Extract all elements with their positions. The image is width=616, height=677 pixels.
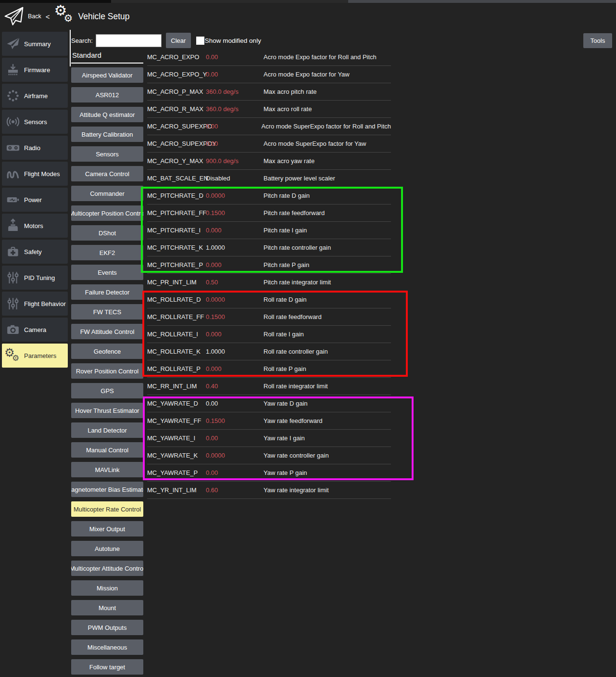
group-button-manual-control[interactable]: Manual Control [71, 442, 143, 458]
group-button-sensors[interactable]: Sensors [71, 146, 143, 162]
group-button-miscellaneous[interactable]: Miscellaneous [71, 639, 143, 655]
group-button-airspeed-validator[interactable]: Airspeed Validator [71, 67, 143, 83]
param-name: MC_ACRO_SUPEXPO [147, 123, 206, 130]
param-row-mc_rollrate_d[interactable]: MC_ROLLRATE_D0.0000Roll rate D gain [147, 291, 391, 308]
param-row-mc_yawrate_k[interactable]: MC_YAWRATE_K0.0000Yaw rate controller ga… [147, 447, 391, 464]
group-button-magnetometer-bias-estimator[interactable]: Magnetometer Bias Estimator [71, 482, 143, 497]
param-row-mc_acro_supexpoy[interactable]: MC_ACRO_SUPEXPOY0.00Acro mode SuperExpo … [147, 135, 391, 153]
tools-button[interactable]: Tools [583, 33, 612, 48]
param-value: 0.50 [206, 279, 264, 286]
param-row-mc_rollrate_ff[interactable]: MC_ROLLRATE_FF0.1500Roll rate feedforwar… [147, 308, 391, 326]
group-button-rover-position-control[interactable]: Rover Position Control [71, 363, 143, 379]
param-row-mc_yawrate_d[interactable]: MC_YAWRATE_D0.00Yaw rate D gain [147, 395, 391, 412]
param-row-mc_rr_int_lim[interactable]: MC_RR_INT_LIM0.40Roll rate integrator li… [147, 378, 391, 395]
group-button-mount[interactable]: Mount [71, 600, 143, 615]
sidebar-item-power[interactable]: Power [2, 188, 68, 212]
gears-icon: ⚙⚙ [2, 346, 24, 365]
group-button-fw-tecs[interactable]: FW TECS [71, 304, 143, 319]
sidebar-item-flight-modes[interactable]: Flight Modes [2, 162, 68, 186]
sidebar-item-label: Airframe [24, 92, 48, 100]
param-value: 0.00 [206, 123, 261, 130]
group-button-multicopter-attitude-control[interactable]: Multicopter Attitude Control [71, 561, 143, 576]
param-value: 0.1500 [206, 313, 264, 320]
param-row-mc_yawrate_ff[interactable]: MC_YAWRATE_FF0.1500Yaw rate feedforward [147, 412, 391, 430]
sidebar-item-summary[interactable]: Summary [2, 32, 68, 56]
param-row-mc_yr_int_lim[interactable]: MC_YR_INT_LIM0.60Yaw rate integrator lim… [147, 482, 391, 499]
group-button-asr012[interactable]: ASR012 [71, 87, 143, 102]
param-row-mc_pr_int_lim[interactable]: MC_PR_INT_LIM0.50Pitch rate integrator l… [147, 274, 391, 291]
group-section-header: Standard [71, 51, 143, 63]
group-button-failure-detector[interactable]: Failure Detector [71, 284, 143, 300]
param-row-mc_acro_r_max[interactable]: MC_ACRO_R_MAX360.0 deg/sMax acro roll ra… [147, 101, 391, 118]
group-button-dshot[interactable]: DShot [71, 225, 143, 241]
param-name: MC_PR_INT_LIM [147, 279, 206, 286]
param-name: MC_RR_INT_LIM [147, 383, 206, 390]
search-label: Search: [71, 37, 93, 44]
back-button[interactable]: Back [28, 13, 41, 20]
search-input[interactable] [96, 34, 162, 47]
header-bar: Back < ⚙⚙ Vehicle Setup [0, 3, 616, 30]
group-button-hover-thrust-estimator[interactable]: Hover Thrust Estimator [71, 403, 143, 418]
group-button-mission[interactable]: Mission [71, 580, 143, 596]
sidebar-item-motors[interactable]: Motors [2, 214, 68, 238]
group-button-autotune[interactable]: Autotune [71, 541, 143, 556]
group-button-multicopter-rate-control[interactable]: Multicopter Rate Control [71, 501, 143, 517]
sidebar-item-radio[interactable]: Radio [2, 136, 68, 160]
group-button-pwm-outputs[interactable]: PWM Outputs [71, 620, 143, 635]
param-value: 0.000 [206, 331, 264, 338]
param-description: Yaw rate I gain [264, 434, 391, 442]
param-row-mc_rollrate_i[interactable]: MC_ROLLRATE_I0.000Roll rate I gain [147, 326, 391, 343]
sidebar-item-firmware[interactable]: Firmware [2, 58, 68, 82]
param-description: Pitch rate integrator limit [264, 279, 391, 286]
param-row-mc_yawrate_p[interactable]: MC_YAWRATE_P0.00Yaw rate P gain [147, 464, 391, 482]
param-name: MC_PITCHRATE_FF [147, 209, 206, 217]
group-button-mavlink[interactable]: MAVLink [71, 462, 143, 477]
param-row-mc_bat_scale_en[interactable]: MC_BAT_SCALE_ENDisabledBattery power lev… [147, 170, 391, 187]
group-button-fw-attitude-control[interactable]: FW Attitude Control [71, 324, 143, 339]
param-row-mc_rollrate_p[interactable]: MC_ROLLRATE_P0.000Roll rate P gain [147, 360, 391, 378]
param-row-mc_acro_supexpo[interactable]: MC_ACRO_SUPEXPO0.00Acro mode SuperExpo f… [147, 118, 391, 135]
param-row-mc_acro_expo_y[interactable]: MC_ACRO_EXPO_Y0.00Acro mode Expo factor … [147, 66, 391, 83]
group-button-events[interactable]: Events [71, 265, 143, 280]
param-name: MC_YAWRATE_D [147, 400, 206, 407]
clear-button[interactable]: Clear [166, 33, 191, 48]
param-row-mc_pitchrate_k[interactable]: MC_PITCHRATE_K1.0000Pitch rate controlle… [147, 239, 391, 256]
group-button-camera-control[interactable]: Camera Control [71, 166, 143, 181]
param-name: MC_ROLLRATE_D [147, 296, 206, 303]
firmware-icon [2, 63, 24, 77]
param-row-mc_pitchrate_d[interactable]: MC_PITCHRATE_D0.0000Pitch rate D gain [147, 187, 391, 204]
sidebar-item-label: PID Tuning [24, 274, 55, 281]
sidebar-item-camera[interactable]: Camera [2, 318, 68, 342]
vehicle-setup-gears-icon: ⚙⚙ [54, 5, 75, 27]
param-row-mc_yawrate_i[interactable]: MC_YAWRATE_I0.00Yaw rate I gain [147, 430, 391, 447]
param-row-mc_acro_p_max[interactable]: MC_ACRO_P_MAX360.0 deg/sMax acro pitch r… [147, 83, 391, 101]
group-button-battery-calibration[interactable]: Battery Calibration [71, 127, 143, 142]
group-button-geofence[interactable]: Geofence [71, 344, 143, 359]
param-row-mc_pitchrate_p[interactable]: MC_PITCHRATE_P0.000Pitch rate P gain [147, 256, 391, 274]
sidebar-item-pid-tuning[interactable]: PID Tuning [2, 266, 68, 290]
param-row-mc_acro_expo[interactable]: MC_ACRO_EXPO0.00Acro mode Expo factor fo… [147, 49, 391, 66]
group-button-follow-target[interactable]: Follow target [71, 659, 143, 675]
sidebar-item-sensors[interactable]: Sensors [2, 110, 68, 134]
group-button-mixer-output[interactable]: Mixer Output [71, 521, 143, 536]
param-description: Roll rate controller gain [264, 348, 391, 355]
group-button-ekf2[interactable]: EKF2 [71, 245, 143, 260]
param-description: Pitch rate controller gain [264, 244, 391, 251]
param-row-mc_pitchrate_i[interactable]: MC_PITCHRATE_I0.000Pitch rate I gain [147, 222, 391, 239]
group-button-gps[interactable]: GPS [71, 383, 143, 398]
group-button-attitude-q-estimator[interactable]: Attitude Q estimator [71, 107, 143, 122]
sidebar-item-airframe[interactable]: Airframe [2, 84, 68, 108]
sidebar-item-label: Power [24, 196, 42, 204]
param-row-mc_pitchrate_ff[interactable]: MC_PITCHRATE_FF0.1500Pitch rate feedforw… [147, 204, 391, 222]
sidebar-item-label: Motors [24, 222, 43, 230]
sidebar-item-parameters[interactable]: ⚙⚙Parameters [2, 344, 68, 368]
show-modified-checkbox[interactable] [196, 37, 204, 45]
param-row-mc_acro_y_max[interactable]: MC_ACRO_Y_MAX900.0 deg/sMax acro yaw rat… [147, 153, 391, 170]
param-row-mc_rollrate_k[interactable]: MC_ROLLRATE_K1.0000Roll rate controller … [147, 343, 391, 360]
group-button-commander[interactable]: Commander [71, 186, 143, 201]
sidebar-item-safety[interactable]: Safety [2, 240, 68, 264]
group-button-land-detector[interactable]: Land Detector [71, 422, 143, 438]
group-button-multicopter-position-control[interactable]: Multicopter Position Control [71, 205, 143, 221]
sidebar-item-flight-behavior[interactable]: Flight Behavior [2, 292, 68, 316]
sidebar-item-label: Safety [24, 248, 42, 255]
